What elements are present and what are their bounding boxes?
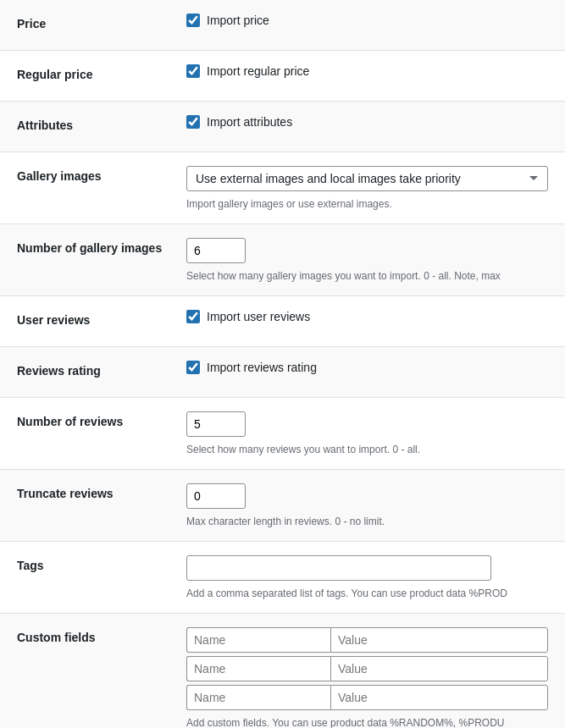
settings-row-regular_price: Regular priceImport regular price xyxy=(0,51,565,102)
control-number_of_gallery_images: Select how many gallery images you want … xyxy=(186,238,548,282)
label-number_of_reviews: Number of reviews xyxy=(17,411,186,428)
hint-tags: Add a comma separated list of tags. You … xyxy=(186,587,548,599)
custom-fields-grid xyxy=(186,627,548,710)
checkbox-price[interactable] xyxy=(186,14,200,27)
control-gallery_images: Use external images and local images tak… xyxy=(186,166,548,210)
checkbox-label-user_reviews: Import user reviews xyxy=(207,310,310,323)
control-number_of_reviews: Select how many reviews you want to impo… xyxy=(186,411,548,455)
control-regular_price: Import regular price xyxy=(186,64,548,78)
settings-row-tags: TagsAdd a comma separated list of tags. … xyxy=(0,542,565,614)
hint-gallery_images: Import gallery images or use external im… xyxy=(186,198,548,210)
label-truncate_reviews: Truncate reviews xyxy=(17,483,186,500)
control-reviews_rating: Import reviews rating xyxy=(186,361,548,374)
checkbox-row-regular_price: Import regular price xyxy=(186,64,548,78)
checkbox-label-price: Import price xyxy=(207,14,269,27)
checkbox-row-price: Import price xyxy=(186,14,548,27)
checkbox-attributes[interactable] xyxy=(186,115,200,129)
settings-row-reviews_rating: Reviews ratingImport reviews rating xyxy=(0,347,565,398)
checkbox-row-attributes: Import attributes xyxy=(186,115,548,129)
settings-row-number_of_gallery_images: Number of gallery imagesSelect how many … xyxy=(0,224,565,296)
settings-row-truncate_reviews: Truncate reviewsMax character length in … xyxy=(0,470,565,542)
checkbox-label-attributes: Import attributes xyxy=(207,115,292,129)
control-custom_fields: Add custom fields. You can use product d… xyxy=(186,627,548,728)
number-input-truncate_reviews[interactable] xyxy=(186,483,246,509)
label-attributes: Attributes xyxy=(17,115,186,132)
checkbox-regular_price[interactable] xyxy=(186,64,200,78)
settings-container: PriceImport priceRegular priceImport reg… xyxy=(0,0,565,728)
hint-truncate_reviews: Max character length in reviews. 0 - no … xyxy=(186,516,548,527)
settings-row-attributes: AttributesImport attributes xyxy=(0,102,565,152)
settings-row-user_reviews: User reviewsImport user reviews xyxy=(0,296,565,347)
custom-field-value-1[interactable] xyxy=(330,656,548,681)
text-input-tags[interactable] xyxy=(186,555,491,581)
custom-field-name-1[interactable] xyxy=(186,656,330,681)
custom-fields-row-0 xyxy=(186,627,548,653)
label-custom_fields: Custom fields xyxy=(17,627,186,644)
control-user_reviews: Import user reviews xyxy=(186,310,548,323)
custom-field-name-2[interactable] xyxy=(186,685,330,710)
custom-field-value-2[interactable] xyxy=(330,685,548,710)
custom-field-value-0[interactable] xyxy=(330,627,548,653)
label-gallery_images: Gallery images xyxy=(17,166,186,183)
checkbox-row-user_reviews: Import user reviews xyxy=(186,310,548,323)
settings-row-number_of_reviews: Number of reviewsSelect how many reviews… xyxy=(0,398,565,470)
custom-field-name-0[interactable] xyxy=(186,627,330,653)
settings-row-price: PriceImport price xyxy=(0,0,565,51)
hint-custom_fields: Add custom fields. You can use product d… xyxy=(186,717,548,728)
label-user_reviews: User reviews xyxy=(17,310,186,327)
label-price: Price xyxy=(17,14,186,30)
number-input-number_of_reviews[interactable] xyxy=(186,411,246,437)
label-regular_price: Regular price xyxy=(17,64,186,81)
checkbox-reviews_rating[interactable] xyxy=(186,361,200,374)
hint-number_of_reviews: Select how many reviews you want to impo… xyxy=(186,444,548,455)
settings-row-gallery_images: Gallery imagesUse external images and lo… xyxy=(0,152,565,224)
label-number_of_gallery_images: Number of gallery images xyxy=(17,238,186,255)
select-gallery_images[interactable]: Use external images and local images tak… xyxy=(186,166,548,191)
control-price: Import price xyxy=(186,14,548,27)
checkbox-label-regular_price: Import regular price xyxy=(207,64,309,78)
settings-row-custom_fields: Custom fieldsAdd custom fields. You can … xyxy=(0,614,565,728)
label-tags: Tags xyxy=(17,555,186,572)
custom-fields-row-1 xyxy=(186,656,548,681)
hint-number_of_gallery_images: Select how many gallery images you want … xyxy=(186,270,548,282)
checkbox-row-reviews_rating: Import reviews rating xyxy=(186,361,548,374)
control-attributes: Import attributes xyxy=(186,115,548,129)
label-reviews_rating: Reviews rating xyxy=(17,361,186,378)
number-input-number_of_gallery_images[interactable] xyxy=(186,238,246,263)
checkbox-label-reviews_rating: Import reviews rating xyxy=(207,361,317,374)
checkbox-user_reviews[interactable] xyxy=(186,310,200,323)
custom-fields-row-2 xyxy=(186,685,548,710)
control-tags: Add a comma separated list of tags. You … xyxy=(186,555,548,599)
control-truncate_reviews: Max character length in reviews. 0 - no … xyxy=(186,483,548,527)
